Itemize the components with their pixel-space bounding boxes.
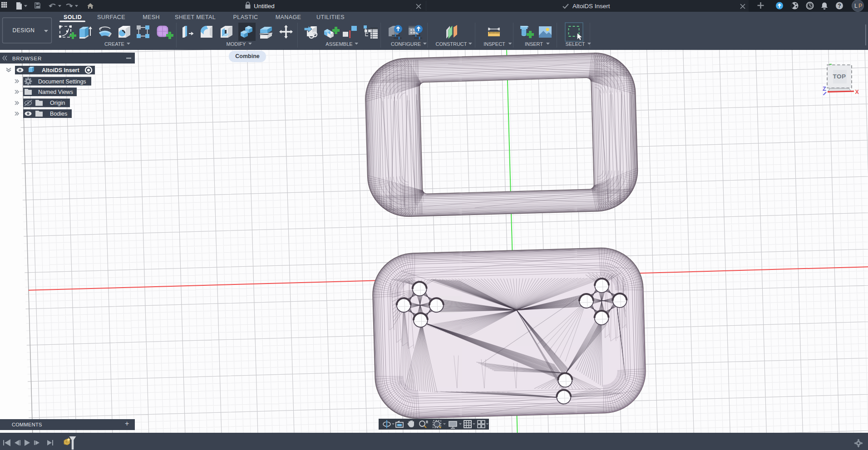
svg-text:SHEET METAL: SHEET METAL [175,14,216,20]
svg-text:AltoiDS Insert: AltoiDS Insert [42,67,79,73]
svg-text:X: X [855,89,859,95]
svg-text:Document Settings: Document Settings [38,78,86,85]
svg-text:TOP: TOP [833,73,846,80]
svg-text:SURFACE: SURFACE [97,14,125,20]
svg-text:Origin: Origin [50,100,65,106]
svg-text:AltoiDS Insert: AltoiDS Insert [572,3,610,10]
svg-text:INSERT: INSERT [525,41,543,47]
svg-text:ASSEMBLE: ASSEMBLE [326,41,352,47]
svg-text:CONSTRUCT: CONSTRUCT [435,41,467,47]
svg-text:Named Views: Named Views [38,89,73,95]
svg-text:P: P [858,3,862,9]
svg-text:CONFIGURE: CONFIGURE [391,41,421,47]
svg-text:SOLID: SOLID [64,14,82,20]
svg-text:?: ? [838,3,841,9]
svg-text:INSPECT: INSPECT [483,41,505,47]
svg-text:UTILITIES: UTILITIES [316,14,345,20]
svg-text:Bodies: Bodies [50,111,67,117]
svg-text:BROWSER: BROWSER [12,56,42,61]
svg-text:MODIFY: MODIFY [227,41,246,47]
svg-text:SELECT: SELECT [566,41,585,47]
svg-text:DESIGN: DESIGN [12,27,35,34]
svg-text:Untitled: Untitled [254,3,275,10]
svg-text:L: L [854,3,858,9]
svg-text:PLASTIC: PLASTIC [233,14,258,20]
svg-text:CREATE: CREATE [104,41,124,47]
svg-text:MESH: MESH [143,14,160,20]
svg-text:Z: Z [823,86,826,92]
svg-text:MANAGE: MANAGE [276,14,301,20]
